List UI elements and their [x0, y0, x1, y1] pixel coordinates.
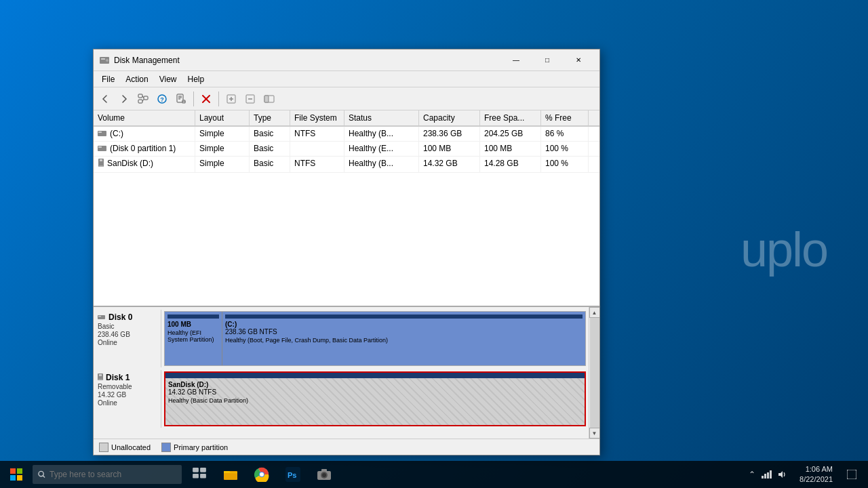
disk1-row: Disk 1 Removable 14.32 GB Online SanDisk… — [94, 370, 589, 428]
maximize-button[interactable]: □ — [532, 49, 563, 71]
header-volume[interactable]: Volume — [94, 110, 195, 125]
notification-button[interactable] — [841, 461, 863, 488]
header-capacity[interactable]: Capacity — [419, 110, 480, 125]
toolbar: ? i — [94, 87, 599, 110]
header-pctfree[interactable]: % Free — [541, 110, 589, 125]
window-icon — [99, 55, 110, 66]
main-size: 238.36 GB NTFS — [225, 328, 583, 336]
svg-point-50 — [260, 472, 264, 476]
back-button[interactable] — [96, 90, 114, 108]
main-detail: Healthy (Boot, Page File, Crash Dump, Ba… — [225, 337, 583, 344]
scroll-track — [590, 318, 599, 428]
collapse-button[interactable] — [241, 90, 259, 108]
scroll-up-arrow[interactable]: ▲ — [589, 307, 600, 318]
tray-chevron-icon[interactable]: ⌃ — [747, 469, 757, 480]
volume-table: Volume Layout Type File System Status Ca… — [94, 110, 599, 306]
svg-line-42 — [43, 476, 45, 478]
cell-layout-0: Simple — [195, 127, 250, 141]
header-freespace[interactable]: Free Spa... — [480, 110, 541, 125]
tray-icons: ⌃ — [743, 461, 791, 488]
file-explorer-button[interactable] — [216, 461, 245, 488]
disk1-topbar — [165, 373, 585, 378]
cell-status-0: Healthy (B... — [344, 127, 419, 141]
search-input[interactable] — [50, 470, 176, 479]
cell-pctfree-0: 86 % — [541, 127, 589, 141]
menu-view[interactable]: View — [154, 73, 182, 85]
table-row[interactable]: (C:) Simple Basic NTFS Healthy (B... 238… — [94, 127, 599, 142]
disk0-main-partition[interactable]: (C:) 238.36 GB NTFS Healthy (Boot, Page … — [222, 312, 585, 365]
svg-rect-59 — [767, 472, 769, 479]
menu-action[interactable]: Action — [120, 73, 153, 85]
properties-button[interactable]: i — [172, 90, 190, 108]
network-icon[interactable] — [762, 469, 772, 480]
disk1-content: SanDisk (D:) 14.32 GB NTFS Healthy (Basi… — [165, 378, 585, 425]
disk-view: Disk 0 Basic 238.46 GB Online 100 MB Hea… — [94, 306, 599, 455]
svg-rect-57 — [762, 476, 764, 479]
forward-button[interactable] — [115, 90, 133, 108]
disk0-label: Disk 0 Basic 238.46 GB Online — [94, 310, 161, 367]
svg-rect-28 — [98, 146, 102, 148]
chrome-button[interactable] — [247, 461, 277, 488]
expand-button[interactable] — [222, 90, 240, 108]
svg-rect-40 — [17, 475, 22, 481]
minimize-button[interactable]: — — [500, 49, 532, 71]
svg-rect-24 — [264, 96, 269, 102]
cell-type-1: Basic — [250, 142, 290, 156]
taskbar-clock[interactable]: 1:06 AM 8/22/2021 — [794, 461, 838, 488]
taskbar: Ps ⌃ 1:06 AM — [0, 461, 868, 488]
camera-button[interactable] — [309, 461, 339, 488]
legend-unallocated-box — [99, 443, 108, 452]
separator-1 — [193, 92, 194, 106]
scroll-down-arrow[interactable]: ▼ — [589, 428, 600, 439]
close-button[interactable]: ✕ — [563, 49, 594, 71]
table-row[interactable]: (Disk 0 partition 1) Simple Basic Health… — [94, 142, 599, 157]
clock-date: 8/22/2021 — [800, 474, 833, 485]
start-button[interactable] — [0, 461, 33, 488]
cell-fs-2: NTFS — [290, 157, 344, 172]
svg-text:Ps: Ps — [288, 471, 296, 479]
table-body: (C:) Simple Basic NTFS Healthy (B... 238… — [94, 127, 599, 306]
svg-rect-33 — [98, 316, 101, 317]
header-filesystem[interactable]: File System — [290, 110, 344, 125]
header-type[interactable]: Type — [250, 110, 290, 125]
taskview-button[interactable] — [184, 461, 214, 488]
delete-button[interactable] — [197, 90, 215, 108]
menu-help[interactable]: Help — [182, 73, 210, 85]
disk-view-scrollbar[interactable]: ▲ ▼ — [589, 307, 599, 439]
svg-text:?: ? — [160, 96, 164, 103]
svg-rect-44 — [200, 468, 206, 472]
legend-unallocated: Unallocated — [99, 443, 151, 452]
watermark-text: uplo — [741, 222, 827, 277]
separator-2 — [218, 92, 219, 106]
taskbar-tray: ⌃ 1:06 AM 8/22/2021 — [743, 461, 868, 488]
show-hide-button[interactable] — [260, 90, 278, 108]
legend-primary: Primary partition — [161, 443, 228, 452]
disk0-row: Disk 0 Basic 238.46 GB Online 100 MB Hea… — [94, 310, 589, 367]
menu-file[interactable]: File — [96, 73, 120, 85]
header-status[interactable]: Status — [344, 110, 419, 125]
legend-primary-box — [161, 443, 171, 452]
efi-bar — [167, 314, 219, 319]
svg-rect-43 — [193, 468, 199, 472]
volume-icon[interactable] — [776, 469, 787, 480]
table-row[interactable]: SanDisk (D:) Simple Basic NTFS Healthy (… — [94, 157, 599, 173]
efi-detail: Healthy (EFI System Partition) — [167, 329, 219, 343]
svg-rect-37 — [10, 468, 16, 474]
console-tree-button[interactable] — [134, 90, 152, 108]
cell-volume-0: (C:) — [94, 127, 195, 141]
taskbar-search[interactable] — [33, 465, 182, 484]
svg-rect-35 — [99, 374, 102, 376]
disk0-efi-partition[interactable]: 100 MB Healthy (EFI System Partition) — [165, 312, 222, 365]
disk0-size: 238.46 GB — [98, 331, 157, 338]
table-header: Volume Layout Type File System Status Ca… — [94, 110, 599, 127]
help-button[interactable]: ? — [153, 90, 171, 108]
photoshop-button[interactable]: Ps — [278, 461, 308, 488]
disk1-partition[interactable]: SanDisk (D:) 14.32 GB NTFS Healthy (Basi… — [164, 371, 586, 426]
clock-time: 1:06 AM — [806, 464, 833, 474]
header-layout[interactable]: Layout — [195, 110, 250, 125]
cell-type-0: Basic — [250, 127, 290, 141]
svg-rect-58 — [764, 474, 766, 479]
window-controls: — □ ✕ — [500, 49, 594, 71]
svg-rect-45 — [193, 474, 199, 479]
cell-volume-1: (Disk 0 partition 1) — [94, 142, 195, 156]
